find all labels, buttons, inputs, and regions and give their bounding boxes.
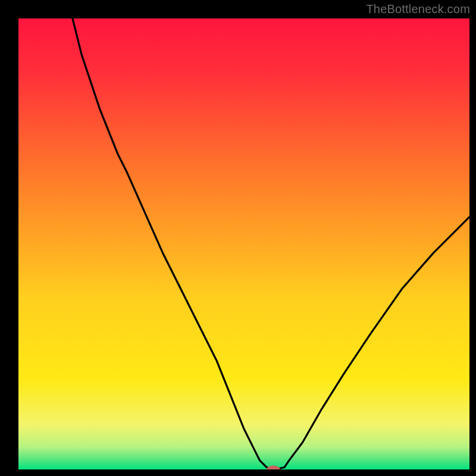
plot-area [18, 18, 469, 469]
watermark-text: TheBottleneck.com [366, 2, 470, 16]
bottleneck-chart [18, 18, 469, 469]
chart-frame: TheBottleneck.com [0, 0, 476, 476]
gradient-background [18, 18, 469, 469]
